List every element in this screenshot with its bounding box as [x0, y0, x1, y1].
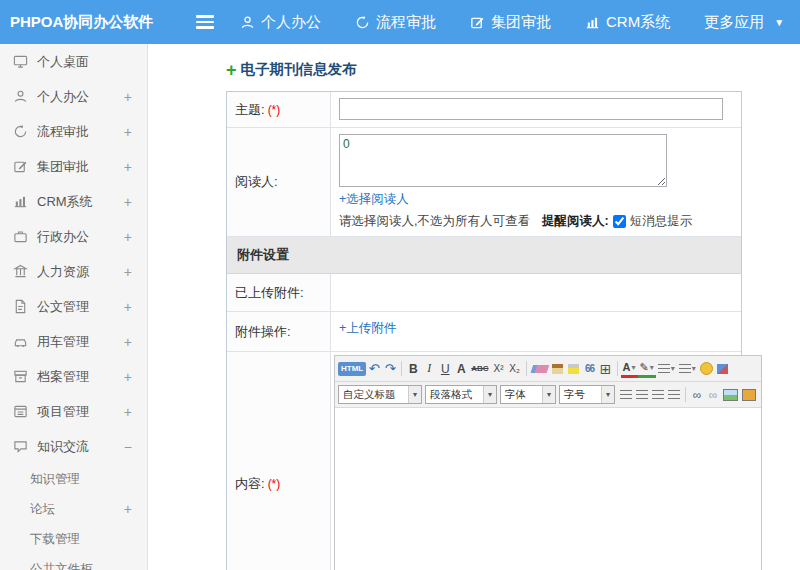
sidebar-item-knowledge-exchange[interactable]: 知识交流 − [0, 429, 147, 464]
editor-content-area[interactable] [335, 408, 761, 570]
sidebar-item-workflow-approval[interactable]: 流程审批 + [0, 114, 147, 149]
font-button[interactable]: A [453, 359, 469, 379]
toolbar-separator [401, 361, 402, 376]
subscript-button[interactable]: X₂ [507, 359, 523, 379]
expand-icon[interactable]: + [124, 264, 132, 280]
main-content: + 电子期刊信息发布 主题: (*) 阅读人: [148, 44, 800, 570]
archive-icon [13, 369, 28, 384]
sidebar-item-document-management[interactable]: 公文管理 + [0, 289, 147, 324]
align-right-button[interactable] [650, 385, 666, 405]
sidebar-item-crm-system[interactable]: CRM系统 + [0, 184, 147, 219]
sidebar-item-personal-desktop[interactable]: 个人桌面 [0, 44, 147, 79]
desktop-icon [13, 54, 28, 69]
expand-icon[interactable]: + [124, 299, 132, 315]
chevron-down-icon: ▾ [542, 386, 555, 403]
justify-button[interactable] [666, 385, 682, 405]
remind-readers-label: 提醒阅读人: [542, 213, 609, 230]
subject-input[interactable] [339, 98, 723, 120]
line-color-button[interactable]: ✎ [638, 360, 656, 378]
sidebar-item-personal-office[interactable]: 个人办公 + [0, 79, 147, 114]
expand-icon[interactable]: + [124, 501, 132, 517]
ordered-list-button[interactable] [677, 359, 698, 379]
nav-personal-office[interactable]: 个人办公 [240, 13, 321, 32]
multi-image-button[interactable] [715, 359, 731, 379]
italic-button[interactable]: I [421, 359, 437, 379]
expand-icon[interactable]: + [124, 334, 132, 350]
editor-format-icons: ∞∞ [618, 385, 758, 405]
publish-form: 主题: (*) 阅读人: 0 +选择阅读人 请选择阅读 [226, 91, 742, 570]
sidebar-submenu-knowledge: 知识管理 论坛 + 下载管理 公共文件柜 [0, 464, 147, 570]
unordered-list-button[interactable] [656, 359, 677, 379]
sidebar-subitem-download-management[interactable]: 下载管理 [0, 524, 147, 554]
table-button[interactable]: ⊞ [598, 359, 614, 379]
bold-button[interactable]: B [405, 359, 421, 379]
custom-heading-select[interactable]: 自定义标题 ▾ [338, 385, 422, 404]
expand-icon[interactable]: + [124, 89, 132, 105]
sidebar: 个人桌面 个人办公 + 流程审批 + 集团审批 + CRM系统 + [0, 44, 148, 570]
select-readers-link[interactable]: +选择阅读人 [339, 191, 409, 208]
sidebar-item-archive-management[interactable]: 档案管理 + [0, 359, 147, 394]
undo-button[interactable]: ↶ [366, 359, 382, 379]
bank-icon [13, 264, 28, 279]
font-family-select[interactable]: 字体 ▾ [500, 385, 556, 404]
nav-workflow-approval[interactable]: 流程审批 [355, 13, 436, 32]
collapse-icon[interactable]: − [124, 439, 132, 455]
hamburger-menu-icon[interactable] [196, 15, 214, 29]
format-brush-button[interactable] [550, 359, 566, 379]
top-nav: 个人办公 流程审批 集团审批 CRM系统 更多应用 [240, 13, 784, 32]
unlink-button[interactable]: ∞ [705, 385, 721, 405]
image-button[interactable] [721, 385, 740, 405]
font-size-select[interactable]: 字号 ▾ [559, 385, 615, 404]
blockquote-button[interactable]: 66 [582, 359, 598, 379]
expand-icon[interactable]: + [124, 124, 132, 140]
required-mark: (*) [268, 103, 281, 117]
expand-icon[interactable]: + [124, 159, 132, 175]
sidebar-item-human-resources[interactable]: 人力资源 + [0, 254, 147, 289]
sidebar-subitem-public-file-cabinet[interactable]: 公共文件柜 [0, 554, 147, 570]
app-window: PHPOA协同办公软件 个人办公 流程审批 集团审批 [0, 0, 800, 570]
upload-attachment-link[interactable]: +上传附件 [339, 320, 396, 337]
sidebar-subitem-knowledge-management[interactable]: 知识管理 [0, 464, 147, 494]
expand-icon[interactable]: + [124, 404, 132, 420]
attachment-ops-label: 附件操作: [227, 312, 331, 351]
nav-more-apps[interactable]: 更多应用 ▼ [704, 13, 784, 32]
sms-remind-checkbox[interactable] [613, 215, 626, 228]
underline-button[interactable]: U [437, 359, 453, 379]
expand-icon[interactable]: + [124, 229, 132, 245]
toolbar-separator [685, 387, 686, 402]
emoticon-button[interactable] [698, 359, 715, 379]
font-color-button[interactable]: A [621, 360, 638, 378]
paragraph-format-select[interactable]: 段落格式 ▾ [425, 385, 497, 404]
superscript-button[interactable]: X² [491, 359, 507, 379]
sidebar-item-group-approval[interactable]: 集团审批 + [0, 149, 147, 184]
readers-textarea[interactable]: 0 [339, 134, 667, 187]
expand-icon[interactable]: + [124, 369, 132, 385]
chevron-down-icon: ▾ [483, 386, 496, 403]
toolbar-separator [617, 361, 618, 376]
sms-remind-label: 短消息提示 [630, 213, 693, 230]
nav-group-approval[interactable]: 集团审批 [470, 13, 551, 32]
remove-format-button[interactable] [530, 359, 550, 379]
html-source-button[interactable]: HTML [338, 362, 366, 376]
redo-button[interactable]: ↷ [382, 359, 398, 379]
sidebar-item-admin-office[interactable]: 行政办公 + [0, 219, 147, 254]
briefcase-icon [13, 229, 28, 244]
align-center-button[interactable] [634, 385, 650, 405]
bar-chart-icon [585, 15, 600, 30]
subject-label: 主题: (*) [227, 92, 331, 127]
link-button[interactable]: ∞ [689, 385, 705, 405]
workflow-icon [13, 124, 28, 139]
align-left-button[interactable] [618, 385, 634, 405]
sidebar-item-vehicle-management[interactable]: 用车管理 + [0, 324, 147, 359]
sidebar-subitem-forum[interactable]: 论坛 + [0, 494, 147, 524]
required-mark: (*) [268, 477, 281, 491]
editor-toolbar-row1: HTML↶↷BIUAABCX²X₂66⊞A✎ [335, 356, 761, 382]
sidebar-item-project-management[interactable]: 项目管理 + [0, 394, 147, 429]
nav-label: 流程审批 [376, 13, 436, 32]
media-button[interactable] [740, 385, 758, 405]
expand-icon[interactable]: + [124, 194, 132, 210]
nav-label: 个人办公 [261, 13, 321, 32]
nav-crm-system[interactable]: CRM系统 [585, 13, 670, 32]
strikethrough-button[interactable]: ABC [469, 359, 490, 379]
fill-color-button[interactable] [566, 359, 582, 379]
